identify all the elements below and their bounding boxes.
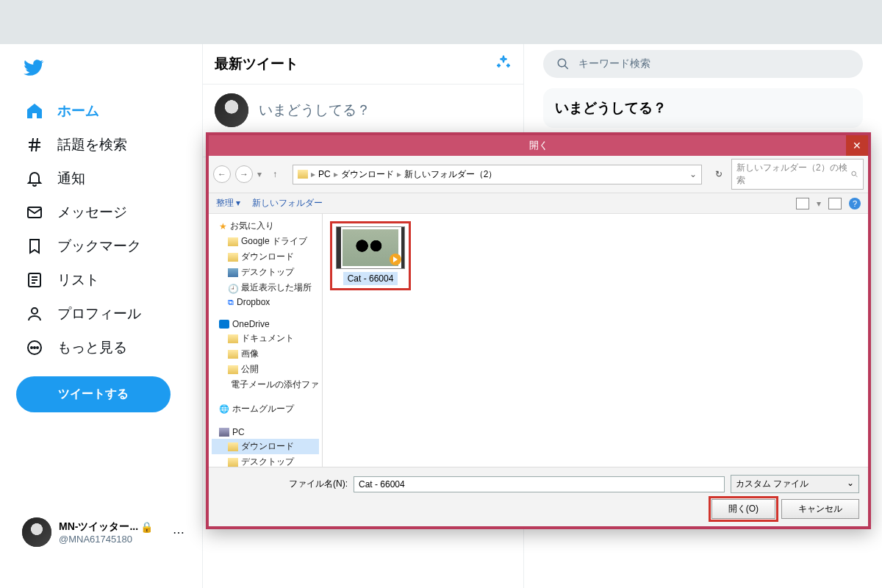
search-placeholder: キーワード検索 [578,57,650,71]
tree-gdrive[interactable]: Google ドライブ [212,234,319,249]
breadcrumb-dropdown-icon[interactable]: ⌄ [689,169,697,179]
file-list[interactable]: Cat - 66004 [323,214,868,467]
svg-point-2 [32,308,37,314]
nav-notif-label: 通知 [57,169,85,188]
widget-title: いまどうしてる？ [555,98,852,118]
file-name-label: Cat - 66004 [343,272,398,285]
home-icon [25,101,44,121]
nav-forward-button[interactable]: → [235,165,253,183]
folder-icon [298,170,308,179]
svg-point-5 [34,347,35,348]
sparkle-icon[interactable] [495,54,512,74]
file-item-cat[interactable]: Cat - 66004 [330,221,411,290]
nav-prof-label: プロフィール [57,304,141,323]
file-open-dialog: 開く ✕ ← → ▾ ↑ ▸ PC▸ ダウンロード▸ 新しいフォルダー（2） ⌄… [206,132,871,529]
nav-messages[interactable]: メッセージ [16,196,190,229]
breadcrumb-downloads[interactable]: ダウンロード [341,168,394,181]
dialog-footer: ファイル名(N): カスタム ファイル⌄ 開く(O) キャンセル [209,467,868,526]
breadcrumb[interactable]: ▸ PC▸ ダウンロード▸ 新しいフォルダー（2） ⌄ [293,165,702,184]
nav-home-label: ホーム [57,101,99,121]
breadcrumb-folder[interactable]: 新しいフォルダー（2） [404,168,498,181]
filename-input[interactable] [354,476,725,492]
nav-profile[interactable]: プロフィール [16,297,190,331]
nav-home[interactable]: ホーム [16,94,190,128]
page-title: 最新ツイート [215,54,298,74]
list-icon [25,270,44,290]
nav-bookmarks[interactable]: ブックマーク [16,229,190,263]
dialog-toolbar: 整理 ▾ 新しいフォルダー ▾ ? [209,193,868,214]
avatar [22,517,51,547]
filetype-select[interactable]: カスタム ファイル⌄ [731,475,859,493]
dialog-title: 開く [529,140,548,151]
cancel-button[interactable]: キャンセル [781,499,859,519]
sidebar: ホーム 話題を検索 通知 メッセージ ブックマーク リスト プロフィール もっと… [0,44,202,588]
account-menu-icon[interactable]: ⋯ [173,526,184,539]
search-input[interactable]: キーワード検索 [543,50,864,78]
trends-widget: いまどうしてる？ [543,88,864,128]
account-name: MN-ツイッター...🔒 [59,520,165,534]
compose-avatar [215,93,248,127]
nav-explore[interactable]: 話題を検索 [16,128,190,162]
account-handle: @MNA61745180 [59,534,165,545]
nav-lists[interactable]: リスト [16,263,190,297]
nav-bm-label: ブックマーク [57,237,141,256]
close-button[interactable]: ✕ [846,135,868,156]
nav-more[interactable]: もっと見る [16,331,190,365]
tree-images[interactable]: 画像 [212,346,319,362]
tree-onedrive[interactable]: OneDrive [212,318,319,331]
svg-point-7 [558,59,566,67]
new-folder-button[interactable]: 新しいフォルダー [252,197,323,209]
dialog-title-bar: 開く ✕ [209,135,868,156]
svg-point-8 [852,171,856,176]
tree-public[interactable]: 公開 [212,362,319,377]
tree-dropbox[interactable]: ⧉Dropbox [212,295,319,309]
folder-tree[interactable]: ★お気に入り Google ドライブ ダウンロード デスクトップ 🕘最近表示した… [209,214,323,467]
search-icon [556,57,570,71]
more-icon [25,338,44,357]
preview-pane-button[interactable] [828,198,842,209]
nav-notifications[interactable]: 通知 [16,162,190,196]
tree-favorites[interactable]: ★お気に入り [212,218,319,234]
account-switcher[interactable]: MN-ツイッター...🔒 @MNA61745180 ⋯ [16,512,190,553]
dialog-search-input[interactable]: 新しいフォルダー（2）の検索 [731,159,864,190]
dialog-nav: ← → ▾ ↑ ▸ PC▸ ダウンロード▸ 新しいフォルダー（2） ⌄ ↻ 新し… [209,156,868,193]
person-icon [25,304,44,323]
nav-explore-label: 話題を検索 [57,135,127,154]
organize-menu[interactable]: 整理 ▾ [216,197,240,209]
search-icon [850,170,858,179]
video-thumbnail [336,226,405,269]
tree-pc[interactable]: PC [212,426,319,439]
timeline-header: 最新ツイート [203,44,523,85]
view-mode-button[interactable] [796,198,809,209]
svg-point-4 [31,347,32,348]
lock-icon: 🔒 [140,521,153,533]
svg-point-6 [37,347,38,348]
bookmark-icon [25,237,44,256]
account-info: MN-ツイッター...🔒 @MNA61745180 [59,520,165,545]
refresh-button[interactable]: ↻ [711,166,727,182]
tree-downloads[interactable]: ダウンロード [212,249,319,265]
tree-documents[interactable]: ドキュメント [212,331,319,346]
tree-homegroup[interactable]: 🌐ホームグループ [212,401,319,417]
twitter-logo[interactable] [16,50,190,94]
nav-more-label: もっと見る [57,338,127,357]
tree-mail-attach[interactable]: 電子メールの添付ファ [212,377,319,392]
tree-desktop-2[interactable]: デスクトップ [212,454,319,467]
help-button[interactable]: ? [849,198,861,209]
nav-dropdown-icon[interactable]: ▾ [257,169,262,179]
nav-up-button[interactable]: ↑ [266,165,284,183]
tree-desktop[interactable]: デスクトップ [212,265,319,280]
filename-label: ファイル名(N): [289,478,348,490]
nav-list-label: リスト [57,270,99,290]
mail-icon [25,203,44,222]
breadcrumb-pc[interactable]: PC [318,169,331,179]
tree-downloads-2[interactable]: ダウンロード [212,439,319,454]
open-button[interactable]: 開く(O) [711,499,775,519]
play-icon [390,254,401,265]
dialog-search-placeholder: 新しいフォルダー（2）の検索 [736,162,847,187]
tree-recent[interactable]: 🕘最近表示した場所 [212,280,319,295]
nav-back-button[interactable]: ← [213,165,231,183]
tweet-button[interactable]: ツイートする [16,376,171,412]
bell-icon [25,169,44,188]
compose-placeholder[interactable]: いまどうしてる？ [259,93,370,127]
